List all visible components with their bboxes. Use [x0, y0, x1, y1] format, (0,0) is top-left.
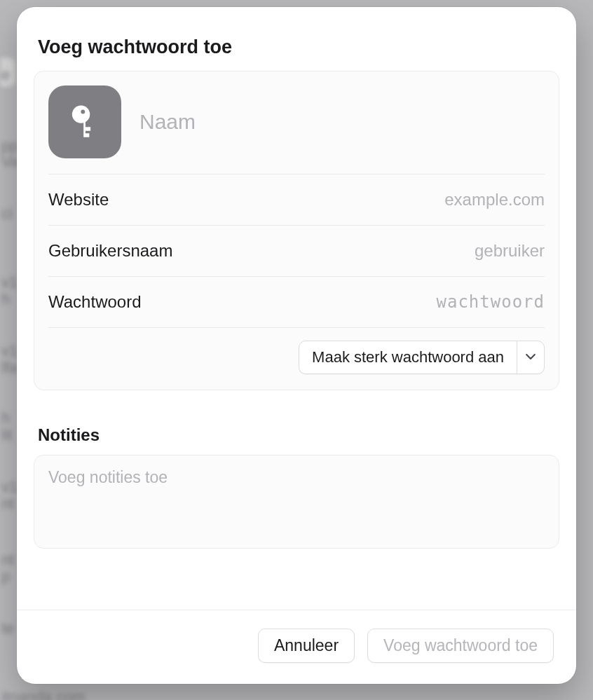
notes-card — [34, 455, 559, 549]
notes-textarea[interactable] — [34, 455, 559, 545]
password-label: Wachtwoord — [48, 292, 142, 312]
svg-point-1 — [81, 110, 85, 114]
password-row: Wachtwoord — [48, 277, 545, 328]
password-input[interactable] — [272, 292, 545, 312]
name-input[interactable] — [139, 110, 545, 134]
website-row: Website — [48, 174, 545, 226]
generate-password-options-toggle[interactable] — [517, 341, 544, 373]
generate-password-row: Maak sterk wachtwoord aan — [48, 328, 545, 390]
submit-button[interactable]: Voeg wachtwoord toe — [367, 629, 554, 663]
credentials-card: Website Gebruikersnaam Wachtwoord Maak s… — [34, 71, 559, 390]
generate-password-button[interactable]: Maak sterk wachtwoord aan — [299, 341, 517, 373]
cancel-button[interactable]: Annuleer — [258, 629, 355, 663]
dialog-footer: Annuleer Voeg wachtwoord toe — [17, 610, 576, 684]
chevron-down-icon — [526, 352, 536, 364]
username-row: Gebruikersnaam — [48, 226, 545, 277]
username-input[interactable] — [272, 241, 545, 261]
dialog-title: Voeg wachtwoord toe — [38, 36, 559, 58]
generate-password-split-button: Maak sterk wachtwoord aan — [299, 341, 545, 374]
svg-point-0 — [72, 105, 90, 123]
notes-heading: Notities — [38, 425, 559, 445]
key-icon — [48, 85, 121, 158]
name-row — [48, 71, 545, 174]
username-label: Gebruikersnaam — [48, 241, 172, 261]
website-label: Website — [48, 190, 109, 210]
add-password-dialog: Voeg wachtwoord toe Website Gebruikersna… — [17, 7, 576, 684]
website-input[interactable] — [272, 190, 545, 210]
